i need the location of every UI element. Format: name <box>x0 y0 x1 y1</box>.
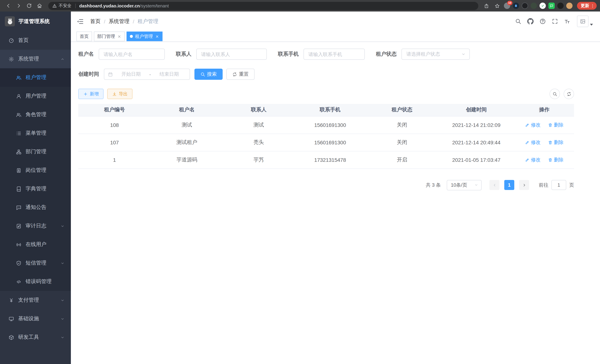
browser-home-button[interactable] <box>35 1 44 10</box>
search-button[interactable]: 搜索 <box>194 69 223 80</box>
table-header: 租户编号 租户名 联系人 联系手机 租户状态 创建时间 操作 <box>78 104 574 116</box>
extension-icon[interactable] <box>548 3 555 9</box>
edit-link[interactable]: 修改 <box>525 156 541 163</box>
chevron-down-icon <box>60 261 65 265</box>
browser-back-button[interactable] <box>3 1 13 10</box>
cell-mobile: 15601691300 <box>294 134 366 151</box>
breadcrumb-current: 租户管理 <box>138 18 159 25</box>
sidebar-item-home[interactable]: 首页 <box>0 31 71 50</box>
sidebar-item-dev-tools[interactable]: 研发工具 <box>0 328 71 346</box>
browser-reload-button[interactable] <box>24 1 34 10</box>
sidebar-item-label: 支付管理 <box>18 297 39 304</box>
extension-icon[interactable] <box>566 3 572 9</box>
cell-actions: 修改 删除 <box>515 151 574 168</box>
edit-link[interactable]: 修改 <box>525 121 541 128</box>
sidebar-item-sms-management[interactable]: 短信管理 <box>0 254 71 272</box>
extension-icon[interactable] <box>513 3 519 9</box>
mobile-input[interactable] <box>303 49 365 60</box>
cell-tenant-name: 测试 <box>151 116 223 134</box>
breadcrumb-separator: / <box>104 18 105 24</box>
column-header: 联系人 <box>223 104 294 116</box>
address-bar[interactable]: 不安全 dashboard.yudao.iocoder.cn/system/te… <box>48 2 478 10</box>
navbar-actions <box>512 15 594 28</box>
sidebar-item-error-code[interactable]: 错误码管理 <box>0 272 71 291</box>
sidebar-item-system-management[interactable]: 系统管理 <box>0 50 71 68</box>
close-icon[interactable] <box>117 34 121 38</box>
update-label: 更新 <box>581 3 589 9</box>
gear-icon <box>9 56 14 62</box>
chevron-down-icon <box>474 183 478 187</box>
sidebar-item-notice[interactable]: 通知公告 <box>0 198 71 217</box>
date-range-picker[interactable]: 开始日期 - 结束日期 <box>104 69 190 80</box>
chevron-up-icon <box>60 57 65 61</box>
edit-icon <box>525 140 529 145</box>
filter-row-2: 创建时间 开始日期 - 结束日期 搜索 重置 <box>78 69 574 80</box>
delete-link[interactable]: 删除 <box>548 139 564 146</box>
sidebar-item-payment[interactable]: 支付管理 <box>0 291 71 309</box>
page-number-1[interactable]: 1 <box>504 180 514 190</box>
user-icon <box>16 93 21 99</box>
delete-link[interactable]: 删除 <box>548 156 564 163</box>
show-search-toggle-button[interactable] <box>550 89 560 99</box>
extension-icon[interactable]: 10 <box>504 3 510 9</box>
sidebar-item-role-management[interactable]: 角色管理 <box>0 105 71 124</box>
download-icon <box>112 92 117 96</box>
sidebar-item-dept-management[interactable]: 部门管理 <box>0 142 71 161</box>
user-menu[interactable] <box>577 16 593 27</box>
cell-created-at: 2021-01-05 17:03:47 <box>438 151 515 168</box>
add-button[interactable]: 新增 <box>78 89 103 99</box>
extension-icon[interactable] <box>522 3 528 9</box>
cell-status: 关闭 <box>366 134 438 151</box>
sidebar-item-label: 菜单管理 <box>26 130 46 137</box>
page-size-select[interactable]: 10条/页 <box>447 180 482 190</box>
close-icon[interactable] <box>155 34 159 38</box>
prev-page-button[interactable] <box>489 180 499 190</box>
breadcrumb-item[interactable]: 首页 <box>90 18 101 25</box>
filter-tenant-name: 租户名 <box>78 49 165 60</box>
fullscreen-button[interactable] <box>549 15 561 28</box>
mobile-label: 联系手机 <box>278 51 299 57</box>
sidebar-item-user-management[interactable]: 用户管理 <box>0 87 71 105</box>
share-button[interactable] <box>482 1 490 10</box>
extension-icon[interactable] <box>557 3 564 9</box>
sidebar-item-post-management[interactable]: 岗位管理 <box>0 161 71 180</box>
delete-link[interactable]: 删除 <box>548 121 564 128</box>
refresh-table-button[interactable] <box>564 89 574 99</box>
tab-tenant-management[interactable]: 租户管理 <box>127 32 162 41</box>
sidebar-item-tenant-management[interactable]: 租户管理 <box>0 68 71 87</box>
tenant-name-input[interactable] <box>99 49 165 60</box>
app-root: 不安全 dashboard.yudao.iocoder.cn/system/te… <box>0 0 600 364</box>
tenant-name-label: 租户名 <box>78 51 94 57</box>
bookmark-button[interactable] <box>493 1 501 10</box>
browser-update-button[interactable]: 更新 <box>577 2 597 10</box>
sidebar-item-menu-management[interactable]: 菜单管理 <box>0 124 71 142</box>
sidebar-item-audit-log[interactable]: 审计日志 <box>0 217 71 235</box>
font-size-button[interactable] <box>561 15 573 28</box>
browser-forward-button[interactable] <box>14 1 23 10</box>
edit-link[interactable]: 修改 <box>525 139 541 146</box>
breadcrumb-item[interactable]: 系统管理 <box>109 18 130 25</box>
sidebar-item-online-users[interactable]: 在线用户 <box>0 235 71 254</box>
tab-home[interactable]: 首页 <box>76 32 92 41</box>
menu-dots-icon <box>590 3 595 8</box>
next-page-button[interactable] <box>519 180 529 190</box>
extension-icon[interactable] <box>540 3 546 9</box>
sidebar-item-infrastructure[interactable]: 基础设施 <box>0 309 71 328</box>
contact-input[interactable] <box>196 49 267 60</box>
status-select[interactable]: 请选择租户状态 <box>402 49 470 60</box>
github-link[interactable] <box>524 15 536 28</box>
security-indicator[interactable]: 不安全 <box>52 3 71 9</box>
extension-icon[interactable] <box>531 3 537 9</box>
chevron-down-icon <box>60 224 65 228</box>
tab-dept-management[interactable]: 部门管理 <box>94 32 125 41</box>
tree-icon <box>16 149 21 155</box>
export-button[interactable]: 导出 <box>107 89 132 99</box>
header-search-button[interactable] <box>512 15 524 28</box>
collapse-sidebar-icon[interactable] <box>76 18 84 25</box>
reset-button[interactable]: 重置 <box>226 69 254 80</box>
sidebar-item-dict-management[interactable]: 字典管理 <box>0 180 71 198</box>
goto-page-input[interactable] <box>551 180 566 190</box>
sidebar: 芋道管理系统 首页 系统管理 租户管理 <box>0 11 71 364</box>
docs-help-button[interactable] <box>536 15 549 28</box>
doc-icon <box>16 223 21 229</box>
